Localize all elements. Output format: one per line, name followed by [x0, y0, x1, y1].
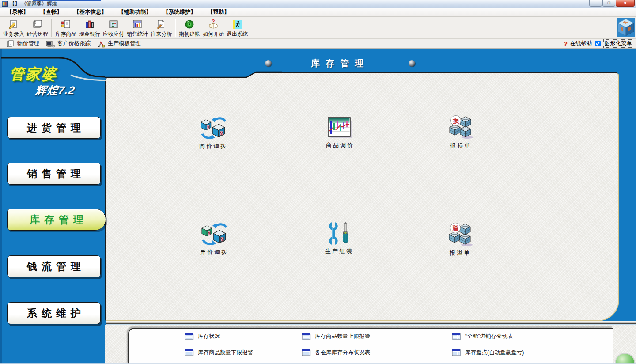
secondary-toolbar: 物价管理 客户价格跟踪 生产模板管理 ? 在线帮助 图形化菜单 — [0, 39, 636, 49]
page-title: 库存管理 — [311, 57, 369, 69]
main-icon-label: 报溢单 — [432, 249, 489, 257]
main-toolbar: 业务录入 经营历程 — [0, 17, 636, 39]
sidebar-left-edge — [0, 49, 2, 364]
report-link-label: 库存状况 — [198, 333, 220, 340]
toolbar-separator — [51, 19, 52, 37]
sphere-decoration-right — [409, 60, 415, 67]
window-controls: — ❐ ✕ — [589, 0, 635, 7]
main-icon-label: 同价调拨 — [185, 142, 242, 150]
initial-setup-icon — [184, 18, 195, 30]
main-icon-label: 生产组装 — [310, 247, 368, 255]
customer-price-tracking-icon — [45, 40, 55, 48]
toolbar-button-inventory-goods[interactable]: 库存商品 — [54, 18, 78, 38]
goods-price-adjust-icon — [328, 117, 352, 139]
overflow-report-icon: 溢 — [447, 222, 474, 247]
main-icon-overflow-report[interactable]: 溢 报溢单 — [432, 222, 489, 257]
toolbar-button-business-history[interactable]: 经营历程 — [26, 18, 49, 38]
online-help-icon: ? — [564, 40, 568, 47]
menu-item-auxiliary[interactable]: 【辅助功能】 — [113, 8, 157, 16]
price-management-icon — [6, 40, 15, 48]
sidebar-button-sales[interactable]: 销售管理 — [7, 163, 101, 185]
graphic-menu-label[interactable]: 图形化菜单 — [603, 39, 634, 48]
report-link-label: “全能”进销存变动表 — [465, 333, 513, 340]
menu-bar: 【录帐】 【查帐】 【基本信息】 【辅助功能】 【系统维护】 【帮助】 — [0, 8, 636, 17]
online-help-label[interactable]: 在线帮助 — [570, 40, 592, 47]
toolbar-label: 销售统计 — [127, 30, 148, 38]
toolbar-label: 库存商品 — [55, 30, 76, 38]
diff-price-transfer-icon — [200, 222, 229, 246]
toolbar2-button-customer-price-tracking[interactable]: 客户价格跟踪 — [45, 40, 91, 48]
report-link-warehouse-distribution[interactable]: 各仓库库存分布状况表 — [302, 348, 370, 357]
report-link-allround-change-table[interactable]: “全能”进销存变动表 — [452, 331, 513, 341]
report-link-label: 各仓库库存分布状况表 — [315, 349, 370, 356]
toolbar-button-initial-setup[interactable]: 期初建帐 — [178, 18, 201, 38]
toolbar-label: 现金银行 — [79, 30, 100, 38]
section-header: 库存管理 — [265, 58, 415, 68]
brand-logo-version: 辉煌7.2 — [34, 83, 76, 98]
main-icon-diff-price-transfer[interactable]: 异价调拨 — [186, 222, 243, 256]
toolbar2-label: 客户价格跟踪 — [57, 40, 91, 47]
sidebar-button-purchase[interactable]: 进货管理 — [7, 117, 101, 139]
sidebar-button-inventory[interactable]: 库存管理 — [7, 209, 106, 231]
menu-item-basic-info[interactable]: 【基本信息】 — [68, 8, 113, 16]
report-link-upper-limit-alarm[interactable]: 库存商品数量上限报警 — [302, 331, 370, 341]
restore-button[interactable]: ❐ — [602, 0, 615, 7]
toolbar2-label: 物价管理 — [17, 40, 39, 47]
toolbar-label: 退出系统 — [227, 30, 248, 38]
toolbar2-button-price-management[interactable]: 物价管理 — [6, 40, 39, 48]
overflow-badge-glyph: 溢 — [452, 224, 458, 231]
toolbar-label: 经营历程 — [27, 30, 48, 38]
report-link-label: 库存盘点(自动盘赢盘亏) — [465, 349, 524, 356]
production-template-icon — [97, 40, 106, 48]
minimize-button[interactable]: — — [589, 0, 602, 7]
report-link-lower-limit-alarm[interactable]: 库存商品数量下限报警 — [185, 348, 253, 357]
menu-item-system-maintenance[interactable]: 【系统维护】 — [157, 8, 202, 16]
toolbar-label: 业务录入 — [3, 30, 24, 38]
main-icon-label: 异价调拨 — [186, 248, 243, 256]
table-icon — [302, 349, 311, 356]
toolbar-label: 往来分析 — [151, 30, 172, 38]
toolbar2-right-group: ? 在线帮助 图形化菜单 — [564, 39, 633, 48]
main-icon-goods-price-adjust[interactable]: 商品调价 — [311, 117, 369, 149]
main-icon-production-assembly[interactable]: 生产组装 — [310, 222, 368, 255]
skin-cube-image — [617, 18, 635, 37]
report-link-stocktake[interactable]: 库存盘点(自动盘赢盘亏) — [452, 348, 524, 357]
main-icon-same-price-transfer[interactable]: 同价调拨 — [185, 116, 242, 150]
toolbar-button-cash-bank[interactable]: 现金银行 — [78, 18, 102, 38]
toolbar-button-how-to-start[interactable]: ? 如何开始 — [201, 18, 225, 38]
toolbar-button-sales-stats[interactable]: 销售统计 — [125, 18, 149, 38]
how-to-start-icon: ? — [208, 18, 219, 30]
close-button[interactable]: ✕ — [616, 0, 635, 7]
content-panel — [105, 72, 619, 321]
menu-item-record[interactable]: 【录帐】 — [1, 8, 34, 16]
main-icon-loss-report[interactable]: 损 报损单 — [432, 115, 489, 150]
sidebar-button-system-maintenance[interactable]: 系统维护 — [7, 302, 101, 324]
menu-item-query[interactable]: 【查帐】 — [34, 8, 68, 16]
report-link-inventory-status[interactable]: 库存状况 — [185, 331, 220, 341]
sidebar-button-cashflow[interactable]: 钱流管理 — [7, 255, 101, 277]
table-icon — [452, 333, 461, 340]
toolbar-label: 如何开始 — [203, 30, 224, 38]
same-price-transfer-icon — [199, 116, 228, 140]
toolbar-button-receivable-payable[interactable]: 应收应付 — [102, 18, 125, 38]
report-link-label: 库存商品数量上限报警 — [315, 333, 370, 340]
main-icon-label: 报损单 — [432, 142, 489, 150]
sales-stats-icon — [132, 18, 143, 30]
report-link-label: 库存商品数量下限报警 — [198, 349, 253, 356]
graphic-menu-checkbox[interactable] — [595, 41, 601, 46]
toolbar-button-transactions-analysis[interactable]: 往来分析 — [149, 18, 173, 38]
toolbar-label: 期初建帐 — [179, 30, 200, 38]
loss-report-icon: 损 — [447, 115, 474, 140]
toolbar-button-exit-system[interactable]: 退出系统 — [225, 18, 249, 38]
app-icon — [2, 1, 8, 7]
toolbar-label: 应收应付 — [103, 30, 124, 38]
toolbar-button-business-entry[interactable]: 业务录入 — [2, 18, 26, 38]
window-top-accent — [33, 0, 101, 1]
menu-item-help[interactable]: 【帮助】 — [202, 8, 235, 16]
table-icon — [185, 349, 194, 356]
brand-logo-name: 管家婆 — [10, 64, 57, 84]
toolbar2-button-production-template[interactable]: 生产模板管理 — [97, 40, 141, 48]
business-entry-icon — [8, 18, 19, 30]
window-title: 【】 《管家婆》辉煌 — [10, 0, 57, 7]
sphere-decoration-left — [265, 60, 272, 67]
